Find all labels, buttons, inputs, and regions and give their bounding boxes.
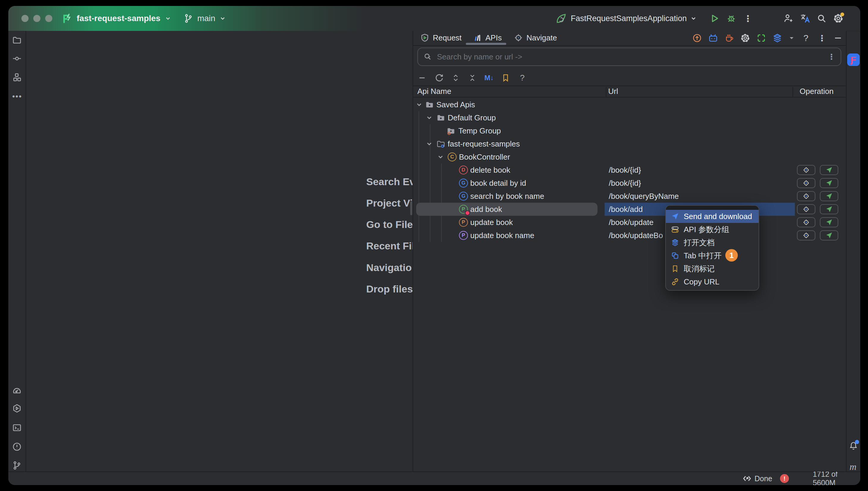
- hide-panel-icon[interactable]: [833, 33, 843, 43]
- problems-icon[interactable]: [12, 442, 22, 452]
- locate-api-button[interactable]: [797, 191, 815, 201]
- m-widget[interactable]: m: [849, 461, 857, 472]
- bookmark-icon[interactable]: [500, 73, 511, 83]
- chevron-down-icon[interactable]: [437, 153, 444, 161]
- commit-icon[interactable]: [12, 54, 22, 63]
- tree-row-api-delete-book[interactable]: D delete book /book/{id}: [413, 164, 846, 177]
- chevron-down-icon[interactable]: [165, 15, 171, 22]
- locate-api-button[interactable]: [797, 178, 815, 188]
- column-header-operation[interactable]: Operation: [800, 87, 834, 96]
- chevron-down-icon[interactable]: [426, 140, 433, 147]
- menu-item-unmark[interactable]: 取消标记: [666, 262, 759, 275]
- api-url[interactable]: /book/queryByName: [609, 192, 679, 201]
- tree-row-saved-apis[interactable]: Saved Apis: [413, 98, 846, 111]
- send-api-button[interactable]: [820, 178, 838, 188]
- menu-item-param-group[interactable]: API 参数分组: [666, 223, 759, 236]
- api-url[interactable]: /book/{id}: [609, 165, 641, 175]
- tree-row-api-book-detail[interactable]: G book detail by id /book/{id}: [413, 177, 846, 190]
- tree-item-label[interactable]: Saved Apis: [436, 100, 475, 109]
- column-header-url[interactable]: Url: [608, 87, 618, 96]
- tab-navigate[interactable]: Navigate: [514, 31, 557, 45]
- tree-row-book-controller[interactable]: C BookController: [413, 150, 846, 164]
- layers-icon[interactable]: [772, 33, 782, 43]
- tree-row-api-update-book-name[interactable]: P update book name /book/updateBo: [413, 229, 846, 242]
- send-api-button[interactable]: [820, 191, 838, 201]
- api-url[interactable]: /book/{id}: [609, 178, 641, 188]
- project-name[interactable]: fast-request-samples: [77, 14, 161, 23]
- api-name[interactable]: book detail by id: [470, 178, 526, 188]
- tab-request[interactable]: Request: [420, 31, 462, 45]
- tv-icon[interactable]: [708, 33, 718, 43]
- chevron-down-icon[interactable]: [220, 15, 226, 22]
- api-name[interactable]: update book name: [470, 231, 534, 240]
- send-api-button[interactable]: [820, 204, 838, 214]
- tree-row-default-group[interactable]: Default Group: [413, 111, 846, 124]
- tree-row-temp-group[interactable]: Temp Group: [413, 124, 846, 137]
- tree-row-api-search-by-name[interactable]: G search by book name /book/queryByName: [413, 190, 846, 203]
- analysis-status[interactable]: Done: [743, 474, 772, 483]
- memory-indicator[interactable]: 1712 of 5600M: [797, 472, 856, 485]
- project-folder-icon[interactable]: [12, 35, 22, 45]
- markdown-export-icon[interactable]: M↓: [484, 73, 494, 83]
- notifications-bell-icon[interactable]: [849, 441, 858, 451]
- expand-all-icon[interactable]: [451, 73, 461, 83]
- upgrade-icon[interactable]: [692, 33, 702, 43]
- minimize-window-button[interactable]: [33, 15, 40, 22]
- more-actions-icon[interactable]: ⋮: [741, 12, 754, 25]
- close-window-button[interactable]: [21, 15, 29, 22]
- locate-api-button[interactable]: [797, 204, 815, 214]
- search-icon[interactable]: [423, 52, 432, 61]
- api-name[interactable]: delete book: [470, 165, 510, 175]
- kebab-menu-icon[interactable]: ⋮: [817, 33, 827, 43]
- search-icon[interactable]: [815, 12, 828, 25]
- settings-gear-icon[interactable]: [832, 12, 845, 25]
- locate-api-button[interactable]: [797, 230, 815, 240]
- tree-row-api-update-book[interactable]: P update book /book/update: [413, 216, 846, 229]
- send-api-button[interactable]: [820, 165, 838, 175]
- send-api-button[interactable]: [820, 230, 838, 240]
- locate-api-button[interactable]: [797, 217, 815, 227]
- api-url[interactable]: /book/update: [609, 218, 654, 227]
- locate-api-button[interactable]: [797, 165, 815, 175]
- debug-button[interactable]: [725, 12, 738, 25]
- api-url[interactable]: /book/add: [609, 204, 643, 214]
- send-api-button[interactable]: [820, 217, 838, 227]
- run-configuration[interactable]: FastRequestSamplesApplication: [571, 14, 687, 23]
- translate-icon[interactable]: [799, 12, 812, 25]
- tree-item-label[interactable]: Temp Group: [458, 126, 501, 136]
- git-branch-icon[interactable]: [12, 461, 22, 470]
- chevron-down-icon[interactable]: [690, 15, 697, 22]
- tree-item-label[interactable]: Default Group: [448, 113, 496, 122]
- run-button[interactable]: [708, 12, 721, 25]
- add-user-icon[interactable]: [782, 12, 795, 25]
- search-options-icon[interactable]: ⋮: [828, 52, 835, 61]
- chevron-down-icon[interactable]: [415, 101, 423, 108]
- branch-name[interactable]: main: [197, 14, 215, 23]
- column-divider[interactable]: [606, 87, 606, 97]
- column-divider[interactable]: [792, 87, 793, 97]
- more-tool-windows-icon[interactable]: •••: [12, 92, 22, 102]
- api-name[interactable]: search by book name: [470, 192, 544, 201]
- refresh-icon[interactable]: [434, 73, 444, 83]
- api-name[interactable]: update book: [470, 218, 513, 227]
- column-header-api-name[interactable]: Api Name: [417, 87, 451, 96]
- menu-item-copy-url[interactable]: Copy URL: [666, 275, 759, 288]
- search-input[interactable]: [436, 52, 823, 62]
- dropdown-caret-icon[interactable]: [788, 33, 795, 43]
- tree-row-api-add-book[interactable]: P add book /book/add: [413, 203, 846, 216]
- menu-item-send-and-download[interactable]: Send and download: [666, 210, 759, 223]
- api-url[interactable]: /book/updateBo: [609, 231, 663, 240]
- terminal-icon[interactable]: [12, 423, 22, 432]
- collapse-all-icon[interactable]: [467, 73, 478, 83]
- tree-item-label[interactable]: fast-request-samples: [448, 139, 520, 149]
- zoom-window-button[interactable]: [45, 15, 52, 22]
- help-icon[interactable]: ?: [517, 73, 527, 83]
- fast-request-app-icon[interactable]: Ƒ: [847, 54, 860, 66]
- error-badge[interactable]: !: [780, 474, 789, 483]
- gear-icon[interactable]: [740, 33, 750, 43]
- structure-icon[interactable]: [12, 73, 22, 82]
- tree-row-module[interactable]: fast-request-samples: [413, 137, 846, 150]
- splitter-handle[interactable]: [410, 201, 412, 215]
- chevron-down-icon[interactable]: [426, 114, 433, 121]
- tree-item-label[interactable]: BookController: [459, 152, 510, 162]
